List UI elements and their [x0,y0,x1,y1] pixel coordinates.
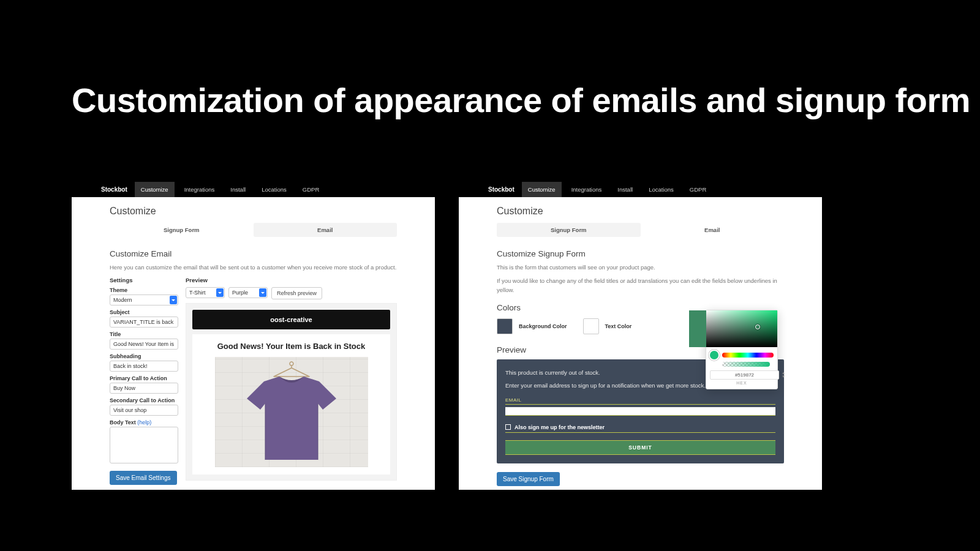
email-preview-product-image [215,357,368,467]
preview-newsletter-checkbox[interactable] [505,424,511,430]
page-title: Customize [110,206,397,217]
theme-select[interactable] [110,294,178,305]
subject-label: Subject [110,309,178,315]
subtab-signup[interactable]: Signup Form [497,223,641,237]
email-preview: oost-creative Good News! Your Item is Ba… [186,303,397,481]
color-picker[interactable]: ▲▼ HEX [706,310,778,389]
refresh-preview-button[interactable]: Refresh preview [271,287,322,299]
preview-email-input[interactable] [505,407,775,416]
nav-install[interactable]: Install [224,182,252,197]
nav-gdpr[interactable]: GDPR [296,182,325,197]
nav-integrations[interactable]: Integrations [178,182,221,197]
preview-submit-button[interactable]: SUBMIT [505,440,775,455]
text-color-swatch[interactable] [583,318,599,334]
primary-cta-input[interactable] [110,383,178,394]
picker-sv-field[interactable] [706,310,777,347]
primary-cta-label: Primary Call to Action [110,375,178,381]
picker-hue-slider[interactable] [722,353,774,358]
nav-gdpr[interactable]: GDPR [684,182,712,197]
subtab-email[interactable]: Email [641,223,785,237]
email-customize-screenshot: Stockbot Customize Integrations Install … [72,181,435,490]
subject-input[interactable] [110,317,178,328]
picker-preview-strip [689,310,706,347]
picker-hex-input[interactable] [710,370,779,380]
title-input[interactable] [110,339,178,350]
picker-current-color [710,351,718,359]
preview-variant-select[interactable] [228,287,268,298]
theme-label: Theme [110,287,178,293]
preview-heading: Preview [186,277,397,283]
subheading-label: Subheading [110,353,178,359]
subtab-signup[interactable]: Signup Form [110,223,254,237]
secondary-cta-input[interactable] [110,405,178,416]
picker-hex-caption: HEX [706,381,777,385]
subtabs: Signup Form Email [110,223,397,237]
slide-title: Customization of appearance of emails an… [72,81,970,120]
customize-email-heading: Customize Email [110,249,397,258]
nav-customize[interactable]: Customize [522,182,562,197]
text-color-label: Text Color [605,323,632,329]
subheading-input[interactable] [110,361,178,372]
preview-newsletter-label[interactable]: Also sign me up for the newsletter [514,424,605,430]
picker-sv-cursor[interactable] [755,324,760,329]
customize-signup-help-1: This is the form that customers will see… [497,263,784,272]
body-help-link[interactable]: (help) [137,419,151,425]
subtab-email[interactable]: Email [254,223,398,237]
brand: Stockbot [488,186,514,193]
preview-email-label[interactable]: EMAIL [505,397,775,405]
customize-signup-help-2: If you would like to change any of the f… [497,277,784,294]
body-textarea[interactable] [110,427,178,463]
save-signup-button[interactable]: Save Signup Form [497,472,560,486]
nav-integrations[interactable]: Integrations [565,182,608,197]
save-email-button[interactable]: Save Email Settings [110,471,177,485]
signup-customize-screenshot: Stockbot Customize Integrations Install … [459,181,822,490]
topbar: Stockbot Customize Integrations Install … [459,181,822,197]
picker-alpha-slider[interactable] [722,362,770,367]
secondary-cta-label: Secondary Call to Action [110,397,178,403]
settings-heading: Settings [110,277,178,283]
nav-customize[interactable]: Customize [135,182,175,197]
topbar: Stockbot Customize Integrations Install … [72,181,435,197]
email-preview-headline: Good News! Your Item is Back in Stock [198,342,384,351]
brand: Stockbot [101,186,127,193]
preview-product-select[interactable] [186,287,225,298]
title-label: Title [110,331,178,337]
bg-color-label: Background Color [519,323,567,329]
subtabs: Signup Form Email [497,223,784,237]
email-preview-store-name: oost-creative [192,310,390,329]
nav-locations[interactable]: Locations [255,182,293,197]
tshirt-icon [246,375,337,461]
body-label: Body Text (help) [110,419,178,425]
nav-locations[interactable]: Locations [643,182,680,197]
page-title: Customize [497,206,784,217]
nav-install[interactable]: Install [611,182,639,197]
customize-email-help: Here you can customize the email that wi… [110,263,397,272]
picker-format-stepper[interactable]: ▲▼ [782,372,785,378]
bg-color-swatch[interactable] [497,318,513,334]
customize-signup-heading: Customize Signup Form [497,249,784,258]
